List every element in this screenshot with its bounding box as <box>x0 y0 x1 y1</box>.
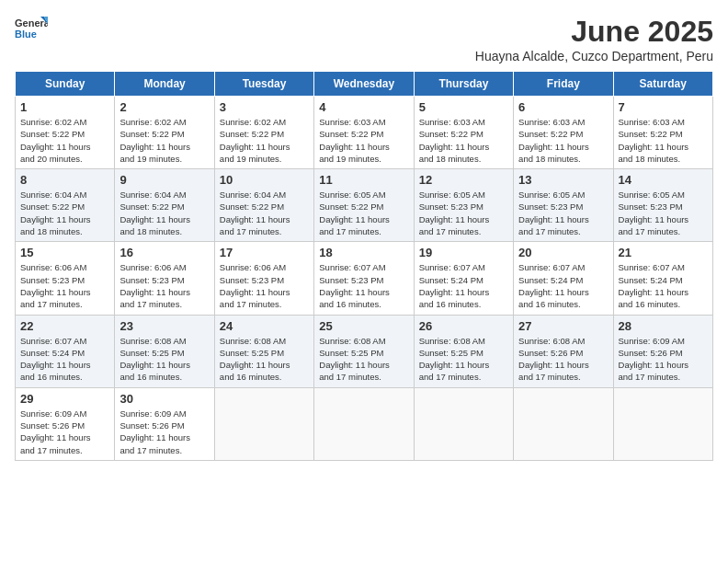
calendar-week-row: 22Sunrise: 6:07 AM Sunset: 5:24 PM Dayli… <box>16 315 713 387</box>
day-number: 24 <box>220 319 309 333</box>
calendar-cell: 7Sunrise: 6:03 AM Sunset: 5:22 PM Daylig… <box>613 97 712 169</box>
day-number: 21 <box>619 246 708 259</box>
calendar-title: June 2025 <box>475 15 713 49</box>
calendar-cell: 27Sunrise: 6:08 AM Sunset: 5:26 PM Dayli… <box>514 315 613 387</box>
column-header-thursday: Thursday <box>414 72 513 97</box>
day-detail: Sunrise: 6:09 AM Sunset: 5:26 PM Dayligh… <box>619 335 708 384</box>
calendar-cell: 20Sunrise: 6:07 AM Sunset: 5:24 PM Dayli… <box>514 242 613 315</box>
day-number: 29 <box>20 392 109 406</box>
column-header-monday: Monday <box>115 72 214 97</box>
day-detail: Sunrise: 6:05 AM Sunset: 5:23 PM Dayligh… <box>419 189 508 237</box>
day-detail: Sunrise: 6:08 AM Sunset: 5:25 PM Dayligh… <box>419 335 508 384</box>
calendar-cell: 2Sunrise: 6:02 AM Sunset: 5:22 PM Daylig… <box>115 97 214 169</box>
day-number: 2 <box>119 100 209 114</box>
day-number: 22 <box>20 319 109 333</box>
calendar-cell: 23Sunrise: 6:08 AM Sunset: 5:25 PM Dayli… <box>115 315 214 387</box>
calendar-week-row: 1Sunrise: 6:02 AM Sunset: 5:22 PM Daylig… <box>16 97 713 169</box>
column-header-saturday: Saturday <box>613 72 712 97</box>
calendar-cell: 10Sunrise: 6:04 AM Sunset: 5:22 PM Dayli… <box>214 169 313 242</box>
calendar-week-row: 29Sunrise: 6:09 AM Sunset: 5:26 PM Dayli… <box>16 387 713 460</box>
day-number: 6 <box>518 100 608 114</box>
calendar-cell: 21Sunrise: 6:07 AM Sunset: 5:24 PM Dayli… <box>613 242 712 315</box>
day-detail: Sunrise: 6:05 AM Sunset: 5:23 PM Dayligh… <box>518 189 608 237</box>
calendar-cell: 25Sunrise: 6:08 AM Sunset: 5:25 PM Dayli… <box>314 315 414 387</box>
calendar-cell: 30Sunrise: 6:09 AM Sunset: 5:26 PM Dayli… <box>115 387 214 460</box>
day-detail: Sunrise: 6:02 AM Sunset: 5:22 PM Dayligh… <box>20 116 109 165</box>
calendar-cell: 24Sunrise: 6:08 AM Sunset: 5:25 PM Dayli… <box>214 315 313 387</box>
calendar-cell: 11Sunrise: 6:05 AM Sunset: 5:22 PM Dayli… <box>314 169 414 242</box>
day-detail: Sunrise: 6:04 AM Sunset: 5:22 PM Dayligh… <box>20 189 109 237</box>
column-header-sunday: Sunday <box>16 72 115 97</box>
calendar-cell: 26Sunrise: 6:08 AM Sunset: 5:25 PM Dayli… <box>414 315 513 387</box>
day-number: 13 <box>518 173 608 187</box>
calendar-cell <box>414 387 513 460</box>
day-detail: Sunrise: 6:02 AM Sunset: 5:22 PM Dayligh… <box>119 116 209 165</box>
calendar-cell: 13Sunrise: 6:05 AM Sunset: 5:23 PM Dayli… <box>514 169 613 242</box>
calendar-cell <box>514 387 613 460</box>
day-number: 30 <box>119 392 209 406</box>
calendar-cell: 3Sunrise: 6:02 AM Sunset: 5:22 PM Daylig… <box>214 97 313 169</box>
calendar-cell: 15Sunrise: 6:06 AM Sunset: 5:23 PM Dayli… <box>16 242 115 315</box>
day-number: 23 <box>119 319 209 333</box>
day-detail: Sunrise: 6:05 AM Sunset: 5:23 PM Dayligh… <box>619 189 708 237</box>
day-number: 5 <box>419 100 508 114</box>
day-number: 12 <box>419 173 508 187</box>
day-detail: Sunrise: 6:04 AM Sunset: 5:22 PM Dayligh… <box>220 189 309 237</box>
calendar-cell: 28Sunrise: 6:09 AM Sunset: 5:26 PM Dayli… <box>613 315 712 387</box>
calendar-subtitle: Huayna Alcalde, Cuzco Department, Peru <box>475 49 713 63</box>
day-detail: Sunrise: 6:08 AM Sunset: 5:25 PM Dayligh… <box>319 335 408 384</box>
day-detail: Sunrise: 6:09 AM Sunset: 5:26 PM Dayligh… <box>20 408 109 456</box>
calendar-cell: 12Sunrise: 6:05 AM Sunset: 5:23 PM Dayli… <box>414 169 513 242</box>
day-number: 25 <box>319 319 408 333</box>
calendar-cell: 17Sunrise: 6:06 AM Sunset: 5:23 PM Dayli… <box>214 242 313 315</box>
day-detail: Sunrise: 6:07 AM Sunset: 5:24 PM Dayligh… <box>619 261 708 310</box>
calendar-cell: 5Sunrise: 6:03 AM Sunset: 5:22 PM Daylig… <box>414 97 513 169</box>
day-detail: Sunrise: 6:03 AM Sunset: 5:22 PM Dayligh… <box>518 116 608 165</box>
day-detail: Sunrise: 6:06 AM Sunset: 5:23 PM Dayligh… <box>220 261 309 310</box>
title-section: June 2025 Huayna Alcalde, Cuzco Departme… <box>475 15 713 63</box>
calendar-week-row: 15Sunrise: 6:06 AM Sunset: 5:23 PM Dayli… <box>16 242 713 315</box>
day-number: 9 <box>119 173 209 187</box>
day-detail: Sunrise: 6:08 AM Sunset: 5:26 PM Dayligh… <box>518 335 608 384</box>
svg-text:General: General <box>15 17 48 29</box>
logo-icon: General Blue <box>15 15 48 42</box>
day-detail: Sunrise: 6:09 AM Sunset: 5:26 PM Dayligh… <box>119 408 209 456</box>
calendar-cell <box>214 387 313 460</box>
calendar-cell: 4Sunrise: 6:03 AM Sunset: 5:22 PM Daylig… <box>314 97 414 169</box>
column-header-friday: Friday <box>514 72 613 97</box>
calendar-cell: 22Sunrise: 6:07 AM Sunset: 5:24 PM Dayli… <box>16 315 115 387</box>
day-detail: Sunrise: 6:06 AM Sunset: 5:23 PM Dayligh… <box>119 261 209 310</box>
logo: General Blue <box>15 15 48 42</box>
day-number: 10 <box>220 173 309 187</box>
day-detail: Sunrise: 6:07 AM Sunset: 5:24 PM Dayligh… <box>20 335 109 384</box>
calendar-cell: 1Sunrise: 6:02 AM Sunset: 5:22 PM Daylig… <box>16 97 115 169</box>
day-detail: Sunrise: 6:05 AM Sunset: 5:22 PM Dayligh… <box>319 189 408 237</box>
day-detail: Sunrise: 6:08 AM Sunset: 5:25 PM Dayligh… <box>119 335 209 384</box>
day-detail: Sunrise: 6:03 AM Sunset: 5:22 PM Dayligh… <box>619 116 708 165</box>
day-detail: Sunrise: 6:02 AM Sunset: 5:22 PM Dayligh… <box>220 116 309 165</box>
day-number: 15 <box>20 246 109 259</box>
day-detail: Sunrise: 6:04 AM Sunset: 5:22 PM Dayligh… <box>119 189 209 237</box>
day-detail: Sunrise: 6:03 AM Sunset: 5:22 PM Dayligh… <box>419 116 508 165</box>
page-header: General Blue June 2025 Huayna Alcalde, C… <box>15 15 713 63</box>
calendar-cell: 8Sunrise: 6:04 AM Sunset: 5:22 PM Daylig… <box>16 169 115 242</box>
day-number: 27 <box>518 319 608 333</box>
day-number: 28 <box>619 319 708 333</box>
day-detail: Sunrise: 6:07 AM Sunset: 5:23 PM Dayligh… <box>319 261 408 310</box>
calendar-table: SundayMondayTuesdayWednesdayThursdayFrid… <box>15 71 713 461</box>
day-number: 19 <box>419 246 508 259</box>
calendar-cell <box>314 387 414 460</box>
column-header-wednesday: Wednesday <box>314 72 414 97</box>
day-number: 8 <box>20 173 109 187</box>
day-number: 1 <box>20 100 109 114</box>
calendar-body: 1Sunrise: 6:02 AM Sunset: 5:22 PM Daylig… <box>16 97 713 461</box>
column-header-tuesday: Tuesday <box>214 72 313 97</box>
day-number: 26 <box>419 319 508 333</box>
calendar-cell <box>613 387 712 460</box>
day-number: 18 <box>319 246 408 259</box>
day-number: 4 <box>319 100 408 114</box>
day-detail: Sunrise: 6:07 AM Sunset: 5:24 PM Dayligh… <box>419 261 508 310</box>
day-number: 7 <box>619 100 708 114</box>
day-detail: Sunrise: 6:07 AM Sunset: 5:24 PM Dayligh… <box>518 261 608 310</box>
day-number: 16 <box>119 246 209 259</box>
